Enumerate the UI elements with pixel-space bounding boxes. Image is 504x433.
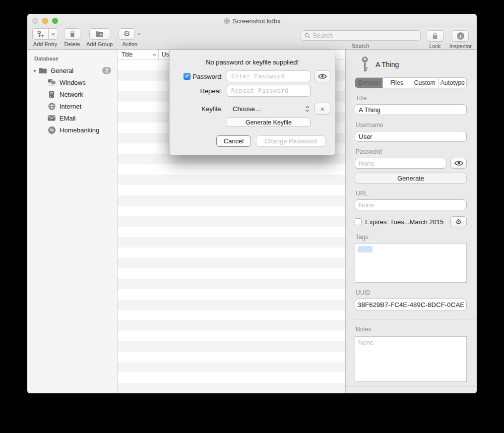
tag-token[interactable] xyxy=(358,246,373,252)
sidebar-item-label: Windows xyxy=(60,79,86,86)
add-group-group: Add Group xyxy=(86,28,113,47)
password-label: Password xyxy=(356,148,467,155)
traffic-lights xyxy=(32,18,58,24)
close-button[interactable] xyxy=(32,18,38,24)
sidebar-item-windows[interactable]: Windows xyxy=(27,76,117,88)
add-entry-group: Add Entry xyxy=(32,28,58,47)
keyfile-popup[interactable]: Choose… xyxy=(227,105,311,113)
divider xyxy=(346,386,477,387)
change-password-sheet: No password or keyfile supplied! ✓ Passw… xyxy=(169,50,335,155)
folder-plus-icon xyxy=(95,31,104,38)
add-entry-button[interactable] xyxy=(32,28,49,40)
tab-custom[interactable]: Custom xyxy=(411,78,439,88)
disclosure-triangle-icon[interactable]: ▾ xyxy=(31,68,38,73)
sort-ascending-icon xyxy=(152,54,156,56)
title-field[interactable] xyxy=(355,104,467,115)
window-title-group: Screenshot.kdbx xyxy=(224,17,281,25)
chevron-down-icon xyxy=(137,33,141,35)
minimize-button[interactable] xyxy=(42,18,48,24)
password-row: ✓ Password: xyxy=(180,70,325,82)
action-button[interactable]: ⚙ xyxy=(119,28,135,40)
sidebar-item-network[interactable]: Network xyxy=(27,88,117,100)
entry-count-badge: 2 xyxy=(102,67,111,74)
search-label: Search xyxy=(352,43,369,49)
generate-password-button[interactable]: Generate xyxy=(355,173,467,184)
inspector-panel: A Thing General Files Custom Autotype Ti… xyxy=(345,50,477,393)
expires-label: Expires: Tues...March 2015 xyxy=(365,218,443,226)
search-icon xyxy=(305,33,311,39)
delete-group: Delete xyxy=(64,28,80,47)
url-field[interactable] xyxy=(355,199,467,210)
chevron-down-icon xyxy=(51,33,55,35)
expires-options-button[interactable]: ⚙ xyxy=(450,216,467,227)
add-entry-dropdown[interactable] xyxy=(49,28,58,40)
sidebar-item-label: EMail xyxy=(60,115,76,122)
delete-button[interactable] xyxy=(64,28,80,40)
column-header-title[interactable]: Title xyxy=(118,50,159,60)
stepper-icon xyxy=(305,105,310,113)
search-input[interactable] xyxy=(313,32,417,39)
inspector-label: Inspector xyxy=(449,43,472,49)
password-label: Password: xyxy=(192,73,223,80)
uuid-label: UUID xyxy=(356,289,467,296)
tab-autotype[interactable]: Autotype xyxy=(439,78,466,88)
expires-row: Expires: Tues...March 2015 ⚙ xyxy=(355,216,467,227)
sidebar-item-internet[interactable]: Internet xyxy=(27,100,117,112)
envelope-icon xyxy=(47,114,56,122)
expires-checkbox[interactable] xyxy=(355,218,362,225)
username-label: Username xyxy=(356,122,467,128)
cancel-button[interactable]: Cancel xyxy=(216,135,251,147)
document-icon xyxy=(224,18,230,24)
keyfile-label: Keyfile: xyxy=(201,105,223,113)
reveal-password-button[interactable] xyxy=(450,158,467,169)
sidebar-item-label: Network xyxy=(60,91,83,98)
sidebar: Database ▾ General 2 Windows Networ xyxy=(27,50,118,393)
reveal-password-button[interactable] xyxy=(315,70,330,82)
username-field[interactable] xyxy=(355,131,467,142)
uuid-field[interactable] xyxy=(355,299,467,311)
lock-group: Lock xyxy=(427,28,443,49)
clear-keyfile-button[interactable]: × xyxy=(315,103,330,115)
password-checkbox[interactable]: ✓ xyxy=(184,73,190,80)
sidebar-item-email[interactable]: EMail xyxy=(27,112,117,124)
search-group: Search xyxy=(301,28,421,49)
notes-field[interactable] xyxy=(355,336,467,382)
keyfile-value: Choose… xyxy=(233,105,261,113)
window-title: Screenshot.kdbx xyxy=(233,17,281,25)
tab-files[interactable]: Files xyxy=(382,78,410,88)
key-plus-icon xyxy=(37,30,45,38)
gear-icon: ⚙ xyxy=(455,218,462,225)
sidebar-item-homebanking[interactable]: % Homebanking xyxy=(27,124,117,136)
notes-label: Notes xyxy=(356,326,467,333)
tags-field[interactable] xyxy=(355,243,467,283)
inspector-button[interactable]: i xyxy=(452,30,469,42)
password-field[interactable] xyxy=(355,158,446,169)
search-field[interactable] xyxy=(301,30,421,41)
enter-password-input[interactable] xyxy=(227,70,311,82)
zoom-button[interactable] xyxy=(52,18,58,24)
generate-keyfile-button[interactable]: Generate Keyfile xyxy=(227,118,311,127)
lock-label: Lock xyxy=(429,43,441,49)
url-label: URL xyxy=(356,190,467,197)
repeat-row: Repeat: xyxy=(180,85,325,97)
tab-general[interactable]: General xyxy=(355,78,382,88)
titlebar: Screenshot.kdbx xyxy=(27,14,477,28)
repeat-label: Repeat: xyxy=(200,87,223,95)
key-icon xyxy=(361,56,369,73)
sidebar-item-general[interactable]: ▾ General 2 xyxy=(27,64,117,76)
action-label: Action xyxy=(122,41,137,47)
server-icon xyxy=(47,90,56,98)
eye-icon xyxy=(454,160,463,166)
repeat-password-input[interactable] xyxy=(227,85,311,97)
inspector-toggle-group: i Inspector xyxy=(449,28,472,49)
windows-network-icon xyxy=(47,78,56,86)
globe-icon xyxy=(47,102,56,110)
add-group-button[interactable] xyxy=(89,28,110,40)
gear-icon: ⚙ xyxy=(124,30,130,38)
sheet-actions: Cancel Change Password xyxy=(170,135,325,147)
generate-keyfile-row: Generate Keyfile xyxy=(180,118,325,127)
lock-button[interactable] xyxy=(427,30,443,42)
eye-icon xyxy=(318,73,327,79)
change-password-button[interactable]: Change Password xyxy=(256,135,325,147)
tags-label: Tags xyxy=(356,234,467,241)
